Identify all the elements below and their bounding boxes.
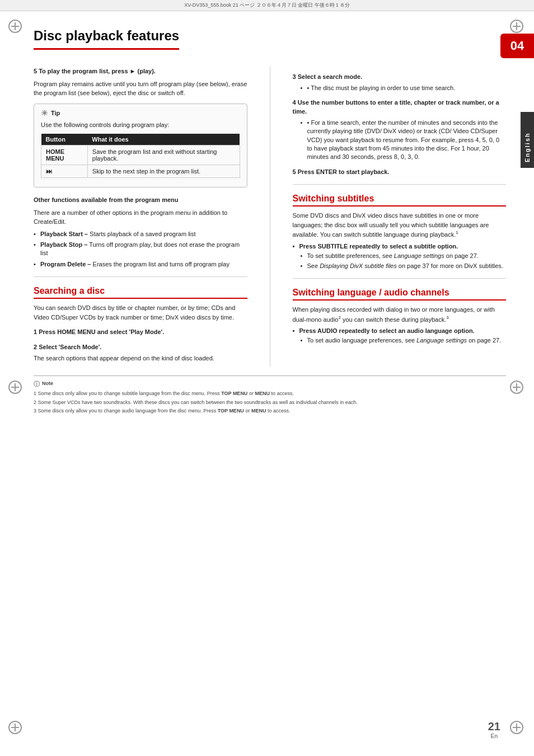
step3-bullets: • The disc must be playing in order to u… <box>293 84 507 92</box>
other-functions-title: Other functions available from the progr… <box>34 195 247 205</box>
subtitle-super1: 1 <box>456 230 458 235</box>
search-step2-text: 2 Select 'Search Mode'. <box>34 344 101 350</box>
subtitles-body: Some DVD discs and DivX video discs have… <box>293 211 507 239</box>
audio-section-header: Switching language / audio channels <box>293 288 507 300</box>
press-subtitle-label: Press SUBTITLE repeatedly to select a su… <box>293 243 507 250</box>
tip-label: Tip <box>51 110 60 116</box>
step3-bullet1-text: • The disc must be playing in order to u… <box>307 84 456 91</box>
column-divider <box>270 67 270 367</box>
audio-body-text2: you can switch these during playback. <box>343 316 446 322</box>
note-item: 1 Some discs only allow you to change su… <box>34 390 506 398</box>
step5-bold: 5 To play the program list, press ► (pla… <box>34 68 156 74</box>
press-audio-label: Press AUDIO repeatedly to select an audi… <box>293 327 507 334</box>
english-label: English <box>524 132 531 162</box>
other-function-item: Playback Start – Starts playback of a sa… <box>34 230 247 238</box>
audio-body: When playing discs recorded with dialog … <box>293 305 507 324</box>
table-col2-header: What it does <box>87 134 240 145</box>
note-title: ⓘ Note <box>34 379 506 389</box>
subtitles-section-header: Switching subtitles <box>293 194 507 206</box>
table-col1-header: Button <box>41 134 88 145</box>
page-title-text: Disc playback features <box>34 28 179 50</box>
corner-decoration-br <box>510 721 526 736</box>
table-cell-action: Skip to the next step in the program lis… <box>87 165 240 178</box>
corner-decoration-tl <box>8 20 24 35</box>
audio-bullets: To set audio language preferences, see L… <box>293 336 507 345</box>
subtitles-body-text: Some DVD discs and DivX video discs have… <box>293 212 489 238</box>
step4-bullet1: • For a time search, enter the number of… <box>301 119 507 162</box>
main-content: Disc playback features 5 To play the pro… <box>0 17 534 433</box>
press-subtitle-text: Press SUBTITLE repeatedly to select a su… <box>299 243 458 250</box>
search-step5b-label: 5 Press ENTER to start playback. <box>293 167 507 177</box>
subtitle-bullets: To set subtitle preferences, see Languag… <box>293 252 507 271</box>
search-step2-label: 2 Select 'Search Mode'. <box>34 342 247 352</box>
table-cell-action: Save the program list and exit without s… <box>87 145 240 165</box>
audio-super3: 3 <box>446 315 448 320</box>
corner-decoration-mid-r <box>510 381 526 396</box>
page-number-sub: En <box>488 733 500 739</box>
search-step4-text: 4 Use the number buttons to enter a titl… <box>293 99 499 115</box>
audio-title: Switching language / audio channels <box>293 288 449 297</box>
step3-bullet1: • The disc must be playing in order to u… <box>301 84 507 92</box>
step4-bullets: • For a time search, enter the number of… <box>293 119 507 162</box>
tip-box: ☀ Tip Use the following controls during … <box>34 104 247 188</box>
two-column-layout: 5 To play the program list, press ► (pla… <box>34 67 506 367</box>
page-number: 21 <box>488 720 500 732</box>
subtitle-bullet-item: To set subtitle preferences, see Languag… <box>301 252 507 260</box>
tip-body-text: Use the following controls during progra… <box>41 121 169 128</box>
right-column: 3 Select a search mode. • The disc must … <box>293 67 507 367</box>
audio-super2: 2 <box>338 315 340 320</box>
search-step2-body: The search options that appear depend on… <box>34 354 247 363</box>
page-tab-number: 04 <box>510 39 524 53</box>
search-step1-text: 1 Press HOME MENU and select 'Play Mode'… <box>34 328 164 335</box>
searching-body: You can search DVD discs by title or cha… <box>34 303 247 322</box>
english-sidebar: English <box>521 112 534 168</box>
step5-label: 5 To play the program list, press ► (pla… <box>34 67 247 76</box>
corner-decoration-bl <box>8 721 24 736</box>
corner-decoration-mid-l <box>8 381 24 396</box>
note-title-text: Note <box>42 380 53 388</box>
note-item: 2 Some Super VCDs have two soundtracks. … <box>34 399 506 407</box>
corner-decoration-tr <box>510 20 526 35</box>
search-step4-label: 4 Use the number buttons to enter a titl… <box>293 98 507 116</box>
left-column: 5 To play the program list, press ► (pla… <box>34 67 247 367</box>
header-text: XV-DV353_555.book 21 ページ ２０６年４月７日 金曜日 午後… <box>184 2 350 8</box>
subtitles-title: Switching subtitles <box>293 194 374 203</box>
note-box: ⓘ Note 1 Some discs only allow you to ch… <box>34 375 506 415</box>
other-functions-list: Playback Start – Starts playback of a sa… <box>34 230 247 269</box>
search-step3-label: 3 Select a search mode. <box>293 72 507 82</box>
table-cell-button: HOME MENU <box>41 145 88 165</box>
search-step5b-text: 5 Press ENTER to start playback. <box>293 168 390 175</box>
page-tab: 04 <box>500 34 534 58</box>
page-bottom: 21 En <box>488 720 500 739</box>
step5-body: Program play remains active until you tu… <box>34 79 247 98</box>
press-audio-text: Press AUDIO repeatedly to select an audi… <box>299 327 475 334</box>
controls-table: Button What it does HOME MENUSave the pr… <box>41 134 240 178</box>
search-step1-label: 1 Press HOME MENU and select 'Play Mode'… <box>34 327 247 337</box>
step4-bullet1-text: • For a time search, enter the number of… <box>307 119 500 161</box>
other-functions-title-text: Other functions available from the progr… <box>34 196 179 203</box>
search-step3-text: 3 Select a search mode. <box>293 73 363 80</box>
tip-title: ☀ Tip <box>41 109 240 118</box>
header-bar: XV-DV353_555.book 21 ページ ２０６年４月７日 金曜日 午後… <box>0 0 534 11</box>
other-function-item: Program Delete – Erases the program list… <box>34 260 247 269</box>
notes-list: 1 Some discs only allow you to change su… <box>34 390 506 415</box>
subtitle-bullet-item: See Displaying DivX subtitle files on pa… <box>301 262 507 270</box>
other-function-item: Playback Stop – Turns off program play, … <box>34 241 247 258</box>
other-functions-body: There are a number of other options in t… <box>34 208 247 227</box>
searching-title: Searching a disc <box>34 286 105 295</box>
page-title: Disc playback features <box>34 28 506 61</box>
audio-bullet-item: To set audio language preferences, see L… <box>301 336 507 345</box>
tip-body: Use the following controls during progra… <box>41 120 240 130</box>
searching-section-header: Searching a disc <box>34 286 247 299</box>
note-item: 3 Some discs only allow you to change au… <box>34 407 506 415</box>
table-cell-button: ⏭ <box>41 165 88 178</box>
tip-icon: ☀ <box>41 109 48 118</box>
